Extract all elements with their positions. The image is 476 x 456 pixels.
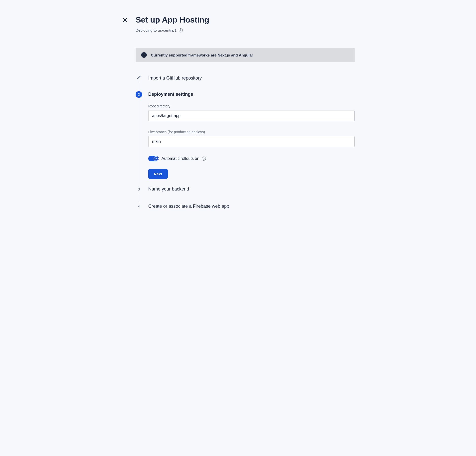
step-name-backend[interactable]: 3 Name your backend: [136, 186, 355, 203]
automatic-rollouts-label: Automatic rollouts on: [161, 156, 199, 161]
next-button[interactable]: Next: [148, 169, 168, 179]
live-branch-label: Live branch (for production deploys): [148, 130, 355, 134]
step-title: Create or associate a Firebase web app: [148, 203, 355, 209]
deploy-region-label: Deploying to us-central1: [136, 28, 177, 32]
page-title: Set up App Hosting: [136, 15, 209, 25]
help-icon[interactable]: ?: [179, 28, 183, 32]
step-firebase-app[interactable]: 4 Create or associate a Firebase web app: [136, 203, 355, 210]
step-import-repo[interactable]: Import a GitHub repository: [136, 75, 355, 91]
close-icon: [122, 17, 127, 23]
step-title: Deployment settings: [148, 91, 355, 97]
root-directory-label: Root directory: [148, 104, 355, 108]
root-directory-input[interactable]: [148, 110, 355, 121]
step-number-badge: 4: [136, 203, 142, 210]
automatic-rollouts-toggle[interactable]: [148, 156, 159, 161]
close-button[interactable]: [121, 16, 129, 24]
info-icon: i: [141, 52, 147, 58]
pencil-icon: [137, 75, 141, 81]
info-banner-text: Currently supported frameworks are Next.…: [151, 53, 253, 57]
live-branch-input[interactable]: [148, 136, 355, 147]
help-icon[interactable]: ?: [202, 157, 206, 161]
step-deployment-settings: 2 Deployment settings Root directory Liv…: [136, 91, 355, 186]
step-title: Name your backend: [148, 186, 355, 192]
step-title: Import a GitHub repository: [148, 75, 355, 81]
check-icon: [155, 157, 158, 160]
info-banner: i Currently supported frameworks are Nex…: [136, 48, 355, 62]
step-number-badge: 2: [136, 91, 142, 98]
step-number-badge: 3: [136, 186, 142, 193]
